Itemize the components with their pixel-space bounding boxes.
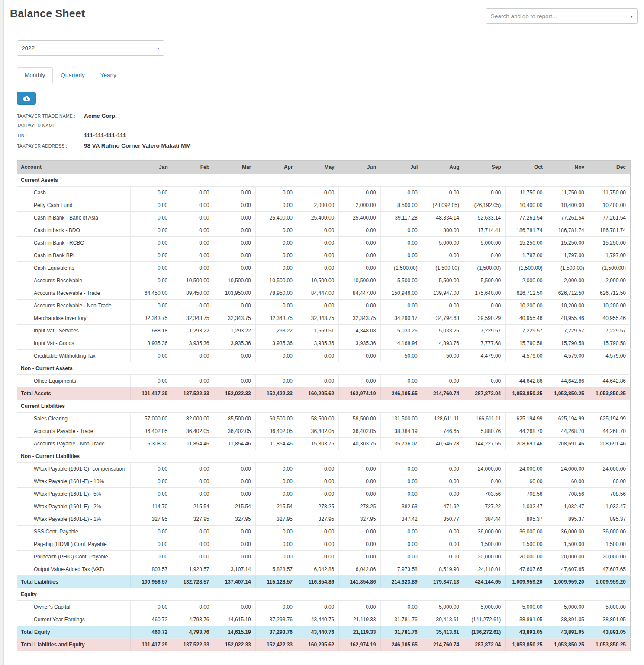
cell-value: 5,500.00 (422, 274, 464, 287)
cell-value: 7,229.57 (589, 325, 630, 337)
cell-value: 208,691.46 (589, 438, 630, 450)
cell-value: 36,000.00 (547, 526, 589, 538)
cell-value: 8,519.90 (422, 563, 464, 576)
cell-value: (141,272.61) (464, 613, 506, 626)
cell-value: 0.00 (131, 488, 172, 500)
cell-value: 2,000.00 (297, 199, 339, 212)
cell-value: 4,479.00 (464, 350, 506, 362)
cell-value: 0.00 (131, 187, 172, 199)
cell-value: 101,417.29 (131, 639, 172, 651)
cell-value: 84,447.00 (339, 287, 380, 300)
cell-value: 60.00 (547, 475, 589, 488)
cell-value: 0.00 (297, 601, 339, 613)
cell-value: 0.00 (255, 375, 297, 387)
cell-value: 128,611.11 (422, 413, 464, 425)
cell-value: 0.00 (131, 300, 172, 312)
section-label: Equity (17, 588, 631, 601)
taxpayer-name-row: TAXPAYER NAME : (17, 123, 631, 128)
table-row: Office Equipments0.000.000.000.000.000.0… (17, 375, 631, 387)
cell-value: 0.00 (297, 350, 339, 362)
cell-value: 15,790.58 (589, 337, 630, 350)
cell-value: 0.00 (214, 300, 255, 312)
taxpayer-trade-name-row: TAXPAYER TRADE NAME : Acme Corp. (17, 113, 631, 119)
cell-value: 17,714.41 (464, 224, 506, 237)
cell-value: 350.77 (422, 513, 464, 526)
cell-value: 0.00 (131, 262, 172, 274)
cell-value: 114.70 (131, 500, 172, 513)
page-title: Balance Sheet (10, 7, 85, 20)
section-row: Non - Current Assets (17, 362, 631, 375)
cell-value: 327.95 (339, 513, 380, 526)
cell-value: 44,642.86 (547, 375, 589, 387)
cell-value: 24,000.00 (464, 463, 506, 475)
cell-value: 4,579.00 (506, 350, 547, 362)
cell-value: 36,402.05 (131, 425, 172, 438)
cell-value: 0.00 (255, 526, 297, 538)
cell-value: 6,042.86 (339, 563, 380, 576)
cell-value: 150,946.00 (380, 287, 422, 300)
cell-value: 40,955.46 (506, 312, 547, 325)
cell-value: 895.37 (589, 513, 630, 526)
cell-value: 160,295.62 (297, 639, 339, 651)
table-row: W/tax Payable (1601-C)- compensation0.00… (17, 463, 631, 475)
tab-yearly[interactable]: Yearly (93, 67, 124, 83)
table-row: Output Value-Added Tax (VAT)803.571,928.… (17, 563, 631, 576)
cell-value: 0.00 (339, 300, 380, 312)
cell-value: 0.00 (255, 300, 297, 312)
cell-value: 327.95 (131, 513, 172, 526)
cell-value: 0.00 (172, 601, 214, 613)
total-row: Total Liabilties and Equity101,417.29137… (17, 639, 631, 651)
cell-value: 0.00 (214, 249, 255, 262)
table-row: Cash0.000.000.000.000.000.000.000.000.00… (17, 187, 631, 199)
cell-value: 708.56 (547, 488, 589, 500)
cell-value: 727.22 (464, 500, 506, 513)
cell-value: 626,712.50 (506, 287, 547, 300)
cell-value: 0.00 (297, 300, 339, 312)
report-search-select[interactable]: Search and go to report... ▾ (486, 8, 638, 24)
cell-value: 2,000.00 (506, 274, 547, 287)
tab-monthly[interactable]: Monthly (17, 67, 53, 83)
cell-value: 0.00 (131, 551, 172, 563)
cell-value: 44,268.70 (589, 425, 630, 438)
year-select[interactable]: 2022 ▾ (17, 40, 164, 56)
cell-value: 4,793.76 (172, 626, 214, 639)
cell-value: 4,579.00 (589, 350, 630, 362)
cell-value: (1,500.00) (547, 262, 589, 274)
cell-value: 10,500.00 (255, 274, 297, 287)
section-row: Current Assets (17, 174, 631, 187)
table-row: Philhealth (PHIC) Cont. Payable0.000.000… (17, 551, 631, 563)
total-row: Total Liabilities100,956.57132,728.57137… (17, 576, 631, 588)
cell-value: 5,033.26 (380, 325, 422, 337)
cell-value: 0.00 (422, 488, 464, 500)
cell-value: 24,000.00 (589, 463, 630, 475)
cell-value: 141,854.86 (339, 576, 380, 588)
taxpayer-trade-name-value: Acme Corp. (84, 113, 117, 119)
cell-value: 0.00 (131, 350, 172, 362)
cell-value: 186,781.74 (506, 224, 547, 237)
column-header-jul: Jul (380, 161, 422, 174)
cell-value: 3,935.36 (172, 337, 214, 350)
row-label: Total Liabilties and Equity (17, 639, 131, 651)
table-row: Input Vat - Goods3,935.363,935.363,935.3… (17, 337, 631, 350)
cell-value: 31,781.76 (380, 613, 422, 626)
cell-value: 0.00 (214, 262, 255, 274)
cell-value: 0.00 (339, 601, 380, 613)
cell-value: 278.25 (339, 500, 380, 513)
cell-value: 47,607.65 (506, 563, 547, 576)
cell-value: 1,053,850.25 (547, 639, 589, 651)
cell-value: 0.00 (172, 300, 214, 312)
download-button[interactable] (17, 92, 36, 105)
cell-value: 89,450.00 (172, 287, 214, 300)
cell-value: 625,194.99 (547, 413, 589, 425)
cell-value: 0.00 (255, 463, 297, 475)
cell-value: 1,053,850.25 (506, 639, 547, 651)
cell-value: 0.00 (172, 551, 214, 563)
cell-value: 40,646.78 (422, 438, 464, 450)
cell-value: 3,935.36 (214, 337, 255, 350)
tab-quarterly[interactable]: Quarterly (53, 67, 93, 83)
table-row: Owner's Capital0.000.000.000.000.000.000… (17, 601, 631, 613)
cell-value: 6,308.30 (131, 438, 172, 450)
cell-value: 0.00 (422, 526, 464, 538)
cell-value: 0.00 (297, 526, 339, 538)
cell-value: 0.00 (380, 463, 422, 475)
